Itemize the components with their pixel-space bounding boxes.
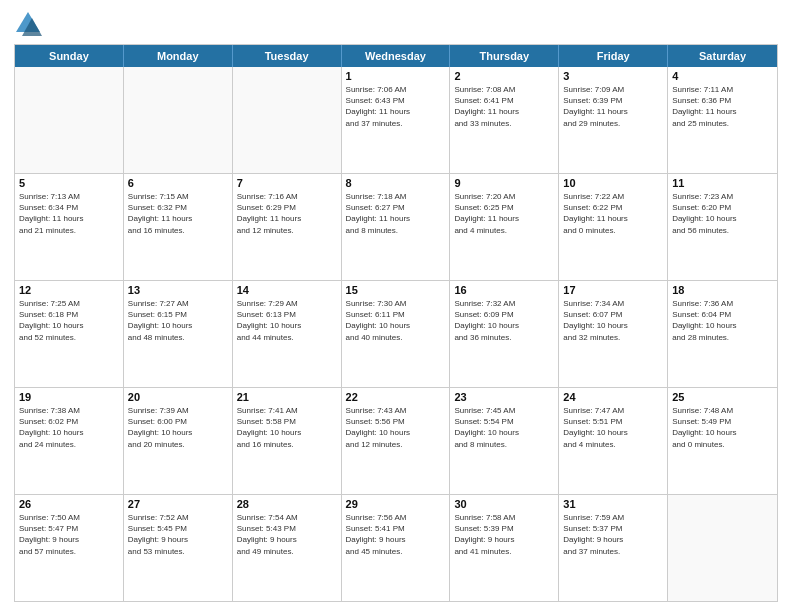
day-number: 28 <box>237 498 337 510</box>
calendar-cell: 18Sunrise: 7:36 AM Sunset: 6:04 PM Dayli… <box>668 281 777 387</box>
day-info: Sunrise: 7:11 AM Sunset: 6:36 PM Dayligh… <box>672 84 773 129</box>
calendar-cell <box>668 495 777 601</box>
calendar-cell: 4Sunrise: 7:11 AM Sunset: 6:36 PM Daylig… <box>668 67 777 173</box>
day-info: Sunrise: 7:32 AM Sunset: 6:09 PM Dayligh… <box>454 298 554 343</box>
calendar-cell: 7Sunrise: 7:16 AM Sunset: 6:29 PM Daylig… <box>233 174 342 280</box>
calendar-cell: 2Sunrise: 7:08 AM Sunset: 6:41 PM Daylig… <box>450 67 559 173</box>
day-info: Sunrise: 7:30 AM Sunset: 6:11 PM Dayligh… <box>346 298 446 343</box>
day-info: Sunrise: 7:18 AM Sunset: 6:27 PM Dayligh… <box>346 191 446 236</box>
logo-icon <box>14 10 42 38</box>
day-number: 18 <box>672 284 773 296</box>
day-number: 12 <box>19 284 119 296</box>
day-number: 10 <box>563 177 663 189</box>
calendar-body: 1Sunrise: 7:06 AM Sunset: 6:43 PM Daylig… <box>15 67 777 601</box>
calendar-week-row: 12Sunrise: 7:25 AM Sunset: 6:18 PM Dayli… <box>15 280 777 387</box>
day-number: 1 <box>346 70 446 82</box>
day-info: Sunrise: 7:13 AM Sunset: 6:34 PM Dayligh… <box>19 191 119 236</box>
day-number: 20 <box>128 391 228 403</box>
day-info: Sunrise: 7:15 AM Sunset: 6:32 PM Dayligh… <box>128 191 228 236</box>
day-number: 27 <box>128 498 228 510</box>
calendar-week-row: 5Sunrise: 7:13 AM Sunset: 6:34 PM Daylig… <box>15 173 777 280</box>
calendar-cell: 24Sunrise: 7:47 AM Sunset: 5:51 PM Dayli… <box>559 388 668 494</box>
day-info: Sunrise: 7:36 AM Sunset: 6:04 PM Dayligh… <box>672 298 773 343</box>
day-info: Sunrise: 7:25 AM Sunset: 6:18 PM Dayligh… <box>19 298 119 343</box>
calendar-cell: 16Sunrise: 7:32 AM Sunset: 6:09 PM Dayli… <box>450 281 559 387</box>
day-number: 6 <box>128 177 228 189</box>
calendar-header-cell: Sunday <box>15 45 124 67</box>
day-info: Sunrise: 7:09 AM Sunset: 6:39 PM Dayligh… <box>563 84 663 129</box>
day-number: 11 <box>672 177 773 189</box>
calendar: SundayMondayTuesdayWednesdayThursdayFrid… <box>14 44 778 602</box>
calendar-week-row: 19Sunrise: 7:38 AM Sunset: 6:02 PM Dayli… <box>15 387 777 494</box>
day-info: Sunrise: 7:47 AM Sunset: 5:51 PM Dayligh… <box>563 405 663 450</box>
day-number: 19 <box>19 391 119 403</box>
calendar-cell: 28Sunrise: 7:54 AM Sunset: 5:43 PM Dayli… <box>233 495 342 601</box>
day-info: Sunrise: 7:58 AM Sunset: 5:39 PM Dayligh… <box>454 512 554 557</box>
logo <box>14 10 46 38</box>
calendar-cell: 20Sunrise: 7:39 AM Sunset: 6:00 PM Dayli… <box>124 388 233 494</box>
day-info: Sunrise: 7:06 AM Sunset: 6:43 PM Dayligh… <box>346 84 446 129</box>
calendar-cell: 27Sunrise: 7:52 AM Sunset: 5:45 PM Dayli… <box>124 495 233 601</box>
day-info: Sunrise: 7:16 AM Sunset: 6:29 PM Dayligh… <box>237 191 337 236</box>
calendar-cell: 12Sunrise: 7:25 AM Sunset: 6:18 PM Dayli… <box>15 281 124 387</box>
day-number: 30 <box>454 498 554 510</box>
day-info: Sunrise: 7:08 AM Sunset: 6:41 PM Dayligh… <box>454 84 554 129</box>
day-number: 25 <box>672 391 773 403</box>
calendar-cell: 26Sunrise: 7:50 AM Sunset: 5:47 PM Dayli… <box>15 495 124 601</box>
day-number: 9 <box>454 177 554 189</box>
calendar-week-row: 26Sunrise: 7:50 AM Sunset: 5:47 PM Dayli… <box>15 494 777 601</box>
day-number: 3 <box>563 70 663 82</box>
calendar-cell: 25Sunrise: 7:48 AM Sunset: 5:49 PM Dayli… <box>668 388 777 494</box>
calendar-cell <box>15 67 124 173</box>
day-info: Sunrise: 7:29 AM Sunset: 6:13 PM Dayligh… <box>237 298 337 343</box>
calendar-header-row: SundayMondayTuesdayWednesdayThursdayFrid… <box>15 45 777 67</box>
day-number: 15 <box>346 284 446 296</box>
calendar-cell: 9Sunrise: 7:20 AM Sunset: 6:25 PM Daylig… <box>450 174 559 280</box>
day-info: Sunrise: 7:39 AM Sunset: 6:00 PM Dayligh… <box>128 405 228 450</box>
calendar-cell: 13Sunrise: 7:27 AM Sunset: 6:15 PM Dayli… <box>124 281 233 387</box>
day-number: 21 <box>237 391 337 403</box>
day-number: 14 <box>237 284 337 296</box>
day-info: Sunrise: 7:45 AM Sunset: 5:54 PM Dayligh… <box>454 405 554 450</box>
calendar-cell: 29Sunrise: 7:56 AM Sunset: 5:41 PM Dayli… <box>342 495 451 601</box>
day-info: Sunrise: 7:27 AM Sunset: 6:15 PM Dayligh… <box>128 298 228 343</box>
day-number: 13 <box>128 284 228 296</box>
calendar-cell: 5Sunrise: 7:13 AM Sunset: 6:34 PM Daylig… <box>15 174 124 280</box>
day-number: 31 <box>563 498 663 510</box>
calendar-header-cell: Thursday <box>450 45 559 67</box>
day-number: 23 <box>454 391 554 403</box>
calendar-cell: 11Sunrise: 7:23 AM Sunset: 6:20 PM Dayli… <box>668 174 777 280</box>
day-info: Sunrise: 7:23 AM Sunset: 6:20 PM Dayligh… <box>672 191 773 236</box>
calendar-cell: 15Sunrise: 7:30 AM Sunset: 6:11 PM Dayli… <box>342 281 451 387</box>
calendar-cell: 1Sunrise: 7:06 AM Sunset: 6:43 PM Daylig… <box>342 67 451 173</box>
day-info: Sunrise: 7:50 AM Sunset: 5:47 PM Dayligh… <box>19 512 119 557</box>
day-number: 8 <box>346 177 446 189</box>
day-info: Sunrise: 7:56 AM Sunset: 5:41 PM Dayligh… <box>346 512 446 557</box>
day-info: Sunrise: 7:52 AM Sunset: 5:45 PM Dayligh… <box>128 512 228 557</box>
day-number: 7 <box>237 177 337 189</box>
calendar-cell <box>233 67 342 173</box>
day-info: Sunrise: 7:38 AM Sunset: 6:02 PM Dayligh… <box>19 405 119 450</box>
calendar-header-cell: Monday <box>124 45 233 67</box>
day-info: Sunrise: 7:59 AM Sunset: 5:37 PM Dayligh… <box>563 512 663 557</box>
page: SundayMondayTuesdayWednesdayThursdayFrid… <box>0 0 792 612</box>
calendar-header-cell: Friday <box>559 45 668 67</box>
day-number: 16 <box>454 284 554 296</box>
day-number: 29 <box>346 498 446 510</box>
day-info: Sunrise: 7:54 AM Sunset: 5:43 PM Dayligh… <box>237 512 337 557</box>
calendar-cell: 14Sunrise: 7:29 AM Sunset: 6:13 PM Dayli… <box>233 281 342 387</box>
day-info: Sunrise: 7:43 AM Sunset: 5:56 PM Dayligh… <box>346 405 446 450</box>
calendar-cell: 10Sunrise: 7:22 AM Sunset: 6:22 PM Dayli… <box>559 174 668 280</box>
calendar-cell: 6Sunrise: 7:15 AM Sunset: 6:32 PM Daylig… <box>124 174 233 280</box>
calendar-week-row: 1Sunrise: 7:06 AM Sunset: 6:43 PM Daylig… <box>15 67 777 173</box>
calendar-cell: 23Sunrise: 7:45 AM Sunset: 5:54 PM Dayli… <box>450 388 559 494</box>
calendar-cell: 21Sunrise: 7:41 AM Sunset: 5:58 PM Dayli… <box>233 388 342 494</box>
day-info: Sunrise: 7:22 AM Sunset: 6:22 PM Dayligh… <box>563 191 663 236</box>
calendar-cell: 8Sunrise: 7:18 AM Sunset: 6:27 PM Daylig… <box>342 174 451 280</box>
day-number: 2 <box>454 70 554 82</box>
calendar-cell: 3Sunrise: 7:09 AM Sunset: 6:39 PM Daylig… <box>559 67 668 173</box>
calendar-cell: 17Sunrise: 7:34 AM Sunset: 6:07 PM Dayli… <box>559 281 668 387</box>
day-number: 5 <box>19 177 119 189</box>
day-number: 26 <box>19 498 119 510</box>
day-info: Sunrise: 7:48 AM Sunset: 5:49 PM Dayligh… <box>672 405 773 450</box>
